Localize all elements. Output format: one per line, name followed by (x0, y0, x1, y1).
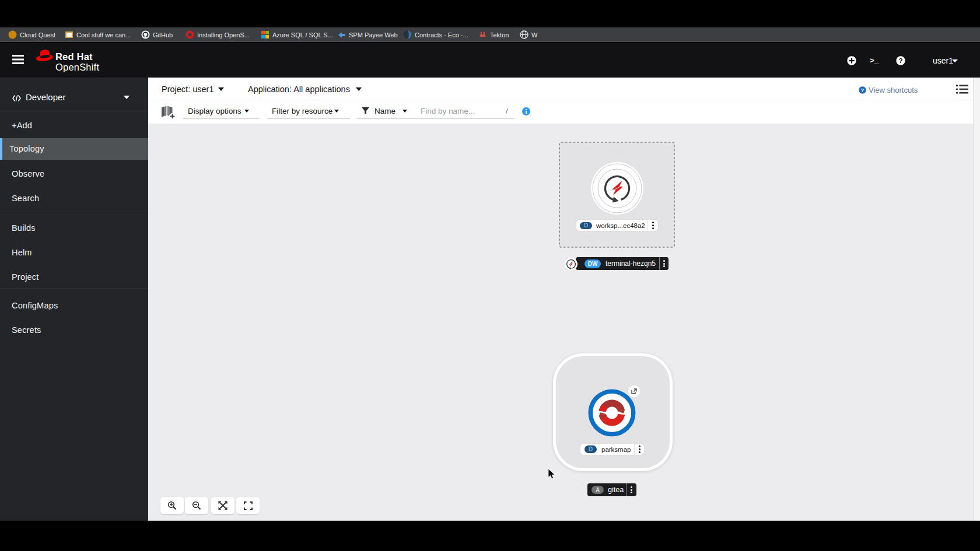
svg-text:?: ? (861, 87, 864, 93)
svg-text:?: ? (898, 57, 902, 64)
